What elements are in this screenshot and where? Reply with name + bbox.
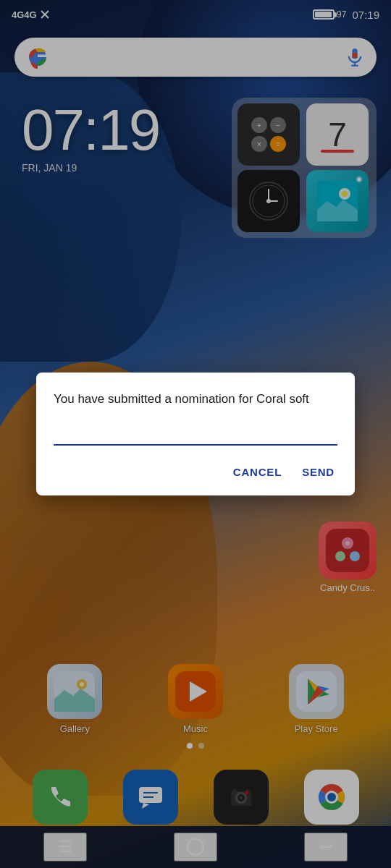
cancel-button[interactable]: CANCEL [230, 460, 285, 484]
dialog-overlay: You have submitted a nomination for Cora… [0, 0, 391, 868]
send-button[interactable]: SEND [299, 460, 337, 484]
dialog-message: You have submitted a nomination for Cora… [54, 390, 337, 409]
dialog-buttons: CANCEL SEND [54, 460, 337, 484]
dialog-input[interactable] [54, 422, 337, 446]
dialog: You have submitted a nomination for Cora… [36, 373, 355, 496]
